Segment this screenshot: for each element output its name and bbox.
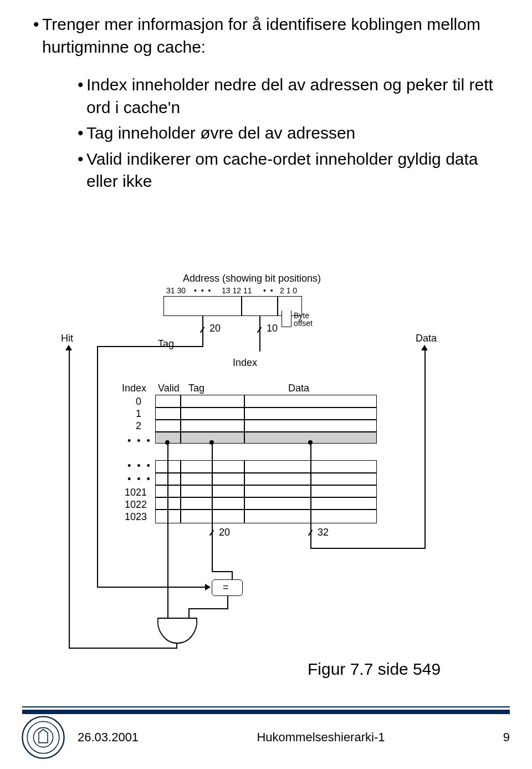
col-line	[180, 431, 181, 444]
and-in2	[188, 612, 190, 617]
idx-2: 2	[136, 420, 141, 432]
tag-to-cmp	[97, 587, 206, 588]
sub-bullet-2: • Tag inneholder øvre del av adressen	[78, 122, 499, 145]
node-dot	[165, 440, 170, 445]
data-return-wire	[424, 350, 426, 549]
index-label: Index	[233, 357, 257, 369]
sub-bullet-3: • Valid indikerer om cache-ordet innehol…	[78, 148, 499, 193]
main-bullet: • Trenger mer informasjon for å identifi…	[33, 13, 499, 58]
and-out-v2	[176, 643, 177, 649]
tag-out-width: 20	[219, 527, 230, 538]
row-line	[155, 472, 377, 473]
sub-bullet-1: • Index inneholder nedre del av adressen…	[78, 74, 499, 119]
tag-down-long	[97, 346, 98, 588]
cache-diagram: Address (showing bit positions) 31 30 • …	[72, 277, 460, 654]
tag-tap2	[212, 538, 213, 571]
bullet-dot: •	[78, 148, 86, 193]
dots-icon: • • •	[194, 286, 212, 295]
node-dot	[209, 440, 214, 445]
data-to-out	[310, 548, 426, 549]
idx-1021: 1021	[125, 487, 147, 498]
main-bullet-text: Trenger mer informasjon for å identifise…	[42, 13, 499, 58]
row-line	[155, 485, 377, 486]
footer-title: Hukommelseshierarki-1	[257, 730, 385, 745]
cmp-to-and	[188, 608, 228, 609]
hit-return-wire	[69, 350, 70, 627]
tag-down1	[202, 340, 203, 346]
cache-table-bottom	[155, 460, 377, 523]
eq-symbol: =	[223, 582, 229, 593]
page-footer: 26.03.2001 Hukommelseshierarki-1 9	[22, 721, 510, 754]
th-data: Data	[288, 383, 309, 394]
hit-label: Hit	[61, 333, 73, 344]
tag-left	[97, 346, 203, 347]
bits-left: 31 30	[166, 286, 186, 295]
col-line	[244, 431, 245, 444]
footer-page: 9	[503, 730, 510, 745]
sub-bullet-3-text: Valid indikerer om cache-ordet inneholde…	[86, 148, 499, 193]
dots-icon: • • •	[127, 473, 152, 485]
row-line	[155, 407, 377, 408]
th-tag: Tag	[188, 383, 204, 394]
tag-to-cmp-h	[212, 571, 233, 572]
valid-tap	[167, 444, 168, 599]
idx-1: 1	[136, 408, 141, 420]
data-label-top: Data	[416, 333, 437, 344]
arrow-right-icon	[205, 584, 211, 590]
separator-thin	[22, 706, 510, 707]
byte-offset-l2: offset	[294, 319, 313, 328]
dots-icon: • •	[263, 286, 274, 295]
node-dot	[308, 440, 313, 445]
dots-icon: • • •	[127, 435, 152, 447]
separator-thick	[22, 710, 510, 714]
idx-1023: 1023	[125, 511, 147, 523]
divider	[277, 296, 278, 316]
arrow-up-icon	[421, 345, 428, 350]
figure-note: Figur 7.7 side 549	[308, 660, 441, 679]
tag-width: 20	[209, 323, 221, 334]
footer-date: 26.03.2001	[22, 730, 139, 745]
col-line	[244, 460, 245, 523]
tag-tap	[212, 444, 213, 538]
arrow-up-icon	[65, 345, 72, 350]
and-in1	[167, 612, 168, 617]
index-width: 10	[267, 323, 278, 334]
bits-right: 2 1 0	[280, 286, 297, 295]
index-down	[259, 340, 260, 352]
and-to-hit-h	[69, 648, 177, 649]
bullet-dot: •	[78, 74, 86, 119]
col-line	[180, 460, 181, 523]
dots-icon: • • •	[127, 460, 152, 472]
sub-bullet-1-text: Index inneholder nedre del av adressen o…	[86, 74, 499, 119]
divider	[241, 296, 242, 316]
sub-bullet-2-text: Tag inneholder øvre del av adressen	[86, 122, 499, 145]
row-line	[155, 419, 377, 420]
row-line	[155, 497, 377, 498]
address-title: Address (showing bit positions)	[183, 273, 321, 284]
th-index: Index	[122, 383, 146, 394]
hit-ext	[69, 625, 70, 649]
bullet-dot: •	[78, 122, 86, 145]
cmp-out	[227, 596, 228, 608]
and-gate-icon	[155, 615, 200, 646]
data-out-width: 32	[318, 527, 329, 538]
idx-1022: 1022	[125, 499, 147, 511]
tag-label: Tag	[158, 338, 174, 350]
footer-separator	[22, 706, 510, 714]
bits-mid: 13 12 11	[222, 286, 252, 295]
byte-offset-stub	[282, 310, 291, 327]
th-valid: Valid	[158, 383, 180, 394]
idx-0: 0	[136, 396, 141, 408]
selected-row	[156, 432, 376, 443]
bullet-dot: •	[33, 13, 42, 58]
row-line	[155, 509, 377, 510]
